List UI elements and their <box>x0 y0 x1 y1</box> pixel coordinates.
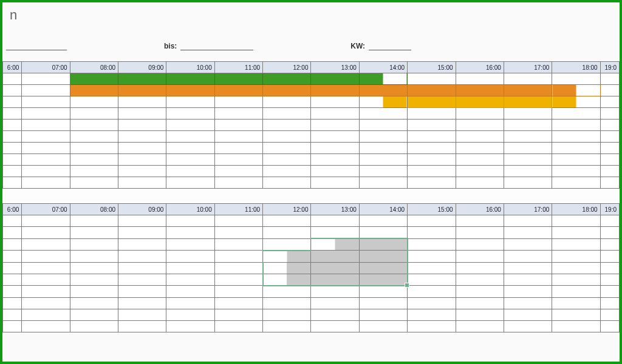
hour-header: 18:00 <box>552 204 600 215</box>
hour-header: 09:00 <box>118 204 166 215</box>
gantt-bar-orange[interactable] <box>263 85 311 96</box>
selected-cell[interactable] <box>359 238 407 251</box>
gantt-bar-green[interactable] <box>70 73 118 85</box>
gantt-bar-green[interactable] <box>166 73 214 85</box>
table-row[interactable] <box>3 85 620 96</box>
gantt-bar-green[interactable] <box>311 73 359 85</box>
hour-header: 10:00 <box>166 62 214 73</box>
selection-handle-icon[interactable] <box>405 283 409 288</box>
gantt-bar-green[interactable] <box>118 73 166 85</box>
table-row[interactable] <box>3 177 620 189</box>
table-row[interactable] <box>3 251 620 263</box>
hour-header: 13:00 <box>311 62 359 73</box>
kw-input-line[interactable] <box>369 41 411 50</box>
gantt-bar-green[interactable] <box>263 73 311 85</box>
hour-header: 19:0 <box>600 62 619 73</box>
hour-header: 11:00 <box>214 62 262 73</box>
selected-cell[interactable] <box>359 251 407 263</box>
header-area: n bis: KW: <box>2 2 620 53</box>
time-header-row: 6:00 07:00 08:00 09:00 10:00 11:00 12:00… <box>3 62 620 73</box>
hour-header: 18:00 <box>552 62 600 73</box>
bis-input-line[interactable] <box>180 41 253 50</box>
table-row[interactable] <box>3 309 620 320</box>
gantt-bar-orange[interactable] <box>118 85 166 96</box>
table-row[interactable] <box>3 215 620 227</box>
hour-header: 09:00 <box>118 62 166 73</box>
selected-cell[interactable] <box>263 262 311 274</box>
table-row[interactable] <box>3 108 620 120</box>
gantt-bar-orange[interactable] <box>359 85 407 96</box>
hour-header: 15:00 <box>408 204 456 215</box>
hour-header: 6:00 <box>3 62 22 73</box>
hour-header: 19:0 <box>600 204 619 215</box>
gantt-bar-gold[interactable] <box>552 96 600 108</box>
gantt-bar-orange[interactable] <box>504 85 552 96</box>
table-row[interactable] <box>3 154 620 166</box>
gantt-bar-orange[interactable] <box>456 85 504 96</box>
field-kw: KW: <box>350 41 411 50</box>
gantt-bar-orange[interactable] <box>408 85 456 96</box>
hour-header: 10:00 <box>166 204 214 215</box>
selected-cell[interactable] <box>311 251 359 263</box>
gantt-bar-orange[interactable] <box>552 85 600 96</box>
hour-header: 08:00 <box>70 62 118 73</box>
bis-label: bis: <box>164 42 177 50</box>
hour-header: 16:00 <box>456 62 504 73</box>
selected-cell[interactable] <box>263 274 311 286</box>
table-row[interactable] <box>3 96 620 108</box>
hour-header: 07:00 <box>22 204 70 215</box>
spreadsheet-frame: n bis: KW: 6:00 07:00 08:00 <box>0 0 622 364</box>
table-row[interactable] <box>3 166 620 177</box>
selected-cell[interactable] <box>359 274 407 286</box>
selected-cell[interactable] <box>311 238 359 251</box>
gantt-bar-gold[interactable] <box>456 96 504 108</box>
hour-header: 13:00 <box>311 204 359 215</box>
worksheet[interactable]: 6:00 07:00 08:00 09:00 10:00 11:00 12:00… <box>2 61 620 332</box>
hour-header: 16:00 <box>456 204 504 215</box>
hour-header: 12:00 <box>263 204 311 215</box>
table-row[interactable] <box>3 227 620 239</box>
gantt-bar-green[interactable] <box>214 73 262 85</box>
hour-header: 08:00 <box>70 204 118 215</box>
kw-label: KW: <box>350 42 365 50</box>
table-row[interactable] <box>3 73 620 85</box>
field-bis: bis: <box>164 41 253 50</box>
table-row[interactable] <box>3 286 620 298</box>
blank-line[interactable] <box>6 41 67 50</box>
schedule-table[interactable]: 6:00 07:00 08:00 09:00 10:00 11:00 12:00… <box>2 61 620 332</box>
table-row[interactable] <box>3 297 620 309</box>
table-row[interactable] <box>3 274 620 286</box>
selected-cell[interactable] <box>311 262 359 274</box>
table-row[interactable] <box>3 320 620 332</box>
table-row[interactable] <box>3 262 620 274</box>
gantt-bar-orange[interactable] <box>70 85 118 96</box>
section-gap <box>3 189 620 204</box>
hour-header: 14:00 <box>359 204 407 215</box>
gantt-bar-gold[interactable] <box>504 96 552 108</box>
gantt-bar-orange[interactable] <box>166 85 214 96</box>
time-header-row: 6:00 07:00 08:00 09:00 10:00 11:00 12:00… <box>3 204 620 215</box>
hour-header: 17:00 <box>504 204 552 215</box>
hour-header: 6:00 <box>3 204 22 215</box>
gantt-bar-gold[interactable] <box>408 96 456 108</box>
table-row[interactable] <box>3 238 620 251</box>
gantt-bar-gold[interactable] <box>359 96 407 108</box>
selected-cell[interactable] <box>311 274 359 286</box>
hour-header: 14:00 <box>359 62 407 73</box>
hour-header: 15:00 <box>408 62 456 73</box>
gantt-bar-orange[interactable] <box>214 85 262 96</box>
title-fragment: n <box>10 7 17 22</box>
gantt-bar-orange[interactable] <box>311 85 359 96</box>
hour-header: 11:00 <box>214 204 262 215</box>
gantt-bar-green[interactable] <box>359 73 407 85</box>
field-blank-1 <box>10 41 67 50</box>
form-row: bis: KW: <box>10 41 612 50</box>
table-row[interactable] <box>3 143 620 154</box>
hour-header: 17:00 <box>504 62 552 73</box>
table-row[interactable] <box>3 120 620 131</box>
hour-header: 12:00 <box>263 62 311 73</box>
hour-header: 07:00 <box>22 62 70 73</box>
selected-cell[interactable] <box>263 251 311 263</box>
selected-cell[interactable] <box>359 262 407 274</box>
table-row[interactable] <box>3 131 620 143</box>
